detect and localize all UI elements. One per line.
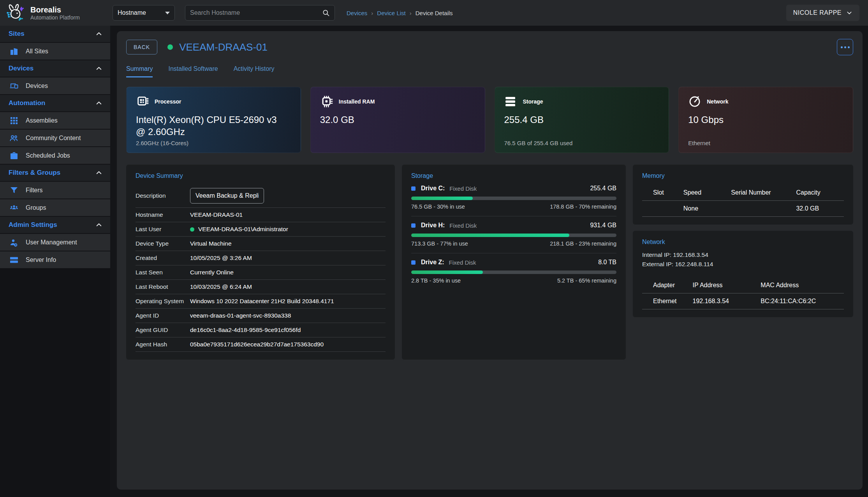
column-header: MAC Address <box>761 277 844 293</box>
item-label: Assemblies <box>26 117 58 124</box>
sidebar-section-automation[interactable]: Automation <box>0 95 110 112</box>
ram-chip-icon <box>320 95 333 108</box>
tab-installed-software[interactable]: Installed Software <box>168 65 218 77</box>
table-cell <box>642 201 683 217</box>
search-input[interactable] <box>190 9 322 16</box>
breadcrumb-separator: › <box>410 10 412 16</box>
panel-title: Memory <box>642 172 844 179</box>
drive-used: 2.8 TB - 35% in use <box>411 277 461 284</box>
user-menu-button[interactable]: NICOLE RAPPE <box>786 5 859 21</box>
topbar: Borealis Automation Platform Hostname De… <box>0 0 868 26</box>
sidebar-item-filters[interactable]: Filters <box>0 182 110 199</box>
brand: Borealis Automation Platform <box>0 3 110 23</box>
card-title: Installed RAM <box>339 98 375 105</box>
row-label: Agent ID <box>136 312 190 319</box>
table-row-agent-hash: Agent Hash 05ba0e7935171d626ecea29b27d7a… <box>136 337 386 352</box>
sidebar-item-server-info[interactable]: Server Info <box>0 251 110 269</box>
drive-size: 8.0 TB <box>598 259 616 266</box>
table-row-hostname: Hostname VEEAM-DRAAS-01 <box>136 208 386 222</box>
section-label: Sites <box>9 30 25 38</box>
drive-row-z: Drive Z: Fixed Disk 8.0 TB 2.8 TB - 35% … <box>411 253 616 290</box>
sidebar-item-scheduled-jobs[interactable]: Scheduled Jobs <box>0 147 110 165</box>
search-box[interactable] <box>185 5 335 21</box>
row-value: VEEAM-DRAAS-01 <box>190 211 243 218</box>
drive-usage-fill <box>411 234 569 237</box>
row-value: Windows 10 2022 Datacenter 21H2 Build 20… <box>190 298 334 305</box>
item-label: User Management <box>26 239 77 246</box>
hostname-filter-select[interactable]: Hostname <box>113 5 175 21</box>
breadcrumb-separator: › <box>371 10 373 16</box>
card-footer: Ethernet <box>688 140 710 146</box>
grid-icon <box>9 116 19 125</box>
column-header: Adapter <box>642 277 693 293</box>
row-value: Currently Online <box>190 269 234 276</box>
row-value: VEEAM-DRAAS-01\Administrator <box>190 226 288 233</box>
column-header: Serial Number <box>731 185 796 201</box>
panel-title: Storage <box>411 172 616 179</box>
user-name: NICOLE RAPPE <box>793 9 842 16</box>
item-label: Devices <box>26 83 48 90</box>
row-value: 10/03/2025 @ 6:24 AM <box>190 283 252 290</box>
table-row-last-reboot: Last Reboot 10/03/2025 @ 6:24 AM <box>136 280 386 294</box>
ellipsis-icon <box>841 46 843 48</box>
network-panel: Network Internal IP: 192.168.3.54 Extern… <box>633 231 853 317</box>
breadcrumb-device-list[interactable]: Device List <box>377 10 405 16</box>
row-value: 05ba0e7935171d626ecea29b27d7ae175363cd90 <box>190 341 324 348</box>
panel-title: Network <box>642 239 844 246</box>
brand-name: Borealis <box>30 5 80 14</box>
tab-summary[interactable]: Summary <box>126 65 153 77</box>
back-button[interactable]: BACK <box>126 40 157 54</box>
table-cell: None <box>683 201 731 217</box>
brand-tagline: Automation Platform <box>30 14 80 21</box>
column-header: Slot <box>642 185 683 201</box>
tab-activity-history[interactable]: Activity History <box>234 65 275 77</box>
table-cell: 192.168.3.54 <box>693 293 761 309</box>
memory-panel: Memory Slot Speed Serial Number Capacity… <box>633 165 853 225</box>
sidebar-section-devices[interactable]: Devices <box>0 60 110 77</box>
sidebar-item-community-content[interactable]: Community Content <box>0 130 110 147</box>
sidebar-item-assemblies[interactable]: Assemblies <box>0 112 110 130</box>
panel-title: Device Summary <box>136 172 386 179</box>
cpu-icon <box>136 95 149 108</box>
gauge-icon <box>688 95 701 108</box>
breadcrumb-devices[interactable]: Devices <box>347 10 367 16</box>
item-label: Community Content <box>26 135 81 142</box>
table-row-agent-guid: Agent GUID de16c0c1-8aa2-4d18-9585-9ce91… <box>136 323 386 337</box>
row-value: veeam-draas-01-agent-svc-8930a338 <box>190 312 291 319</box>
sidebar-item-all-sites[interactable]: All Sites <box>0 43 110 60</box>
briefcase-icon <box>9 151 19 160</box>
card-title: Network <box>707 98 728 105</box>
drive-type: Fixed Disk <box>449 222 477 229</box>
row-label: Device Type <box>136 240 190 247</box>
drive-type: Fixed Disk <box>449 259 476 266</box>
sidebar-section-admin-settings[interactable]: Admin Settings <box>0 217 110 234</box>
row-value: de16c0c1-8aa2-4d18-9585-9ce91cf056fd <box>190 327 301 334</box>
external-ip: External IP: 162.248.8.114 <box>642 260 844 269</box>
chevron-up-icon <box>95 169 102 176</box>
row-value: 10/05/2025 @ 3:26 AM <box>190 255 252 262</box>
table-row-device-type: Device Type Virtual Machine <box>136 237 386 251</box>
item-label: Scheduled Jobs <box>26 152 70 159</box>
sidebar-item-devices[interactable]: Devices <box>0 77 110 95</box>
card-value: Intel(R) Xeon(R) CPU E5-2690 v3 @ 2.60GH… <box>136 114 279 138</box>
description-input[interactable] <box>190 188 264 204</box>
more-actions-button[interactable] <box>837 39 853 55</box>
row-label: Created <box>136 255 190 262</box>
drive-usage-bar <box>411 197 616 200</box>
disk-stack-icon <box>504 95 518 108</box>
sidebar-section-filters-groups[interactable]: Filters & Groups <box>0 165 110 182</box>
sidebar-item-groups[interactable]: Groups <box>0 199 110 217</box>
building-icon <box>9 47 19 56</box>
drive-used: 713.3 GB - 77% in use <box>411 241 468 247</box>
item-label: Server Info <box>26 256 56 263</box>
drive-remaining: 218.1 GB - 23% remaining <box>550 241 616 247</box>
card-footer: 76.5 GB of 255.4 GB used <box>504 140 573 146</box>
filter-icon <box>9 186 19 195</box>
sidebar-section-sites[interactable]: Sites <box>0 26 110 43</box>
row-label: Operating System <box>136 298 190 305</box>
drive-bullet-icon <box>411 223 416 228</box>
row-label: Agent Hash <box>136 341 190 348</box>
sidebar-item-user-management[interactable]: User Management <box>0 234 110 251</box>
table-cell: Ethernet <box>642 293 693 309</box>
row-label: Hostname <box>136 211 190 218</box>
